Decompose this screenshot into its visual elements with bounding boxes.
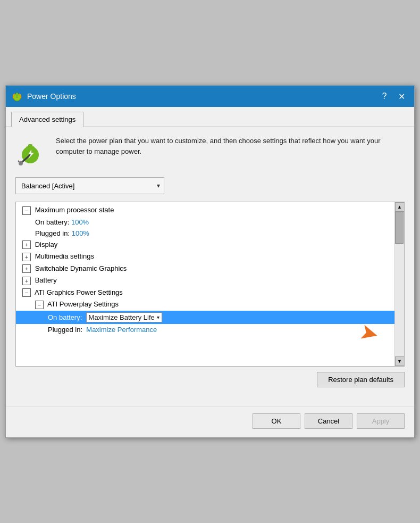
tree-item-plugged-in-ati[interactable]: Plugged in: Maximize Performance ➤ [16, 324, 394, 335]
expand-icon: + [22, 264, 31, 273]
power-options-window: Power Options ? ✕ Advanced settings [5, 85, 415, 438]
tree-item-max-processor[interactable]: − Maximum processor state [16, 204, 394, 217]
expand-icon: + [22, 253, 31, 261]
tree-item-display[interactable]: + Display [16, 239, 394, 251]
power-icon [11, 90, 23, 102]
expand-icon: + [22, 277, 31, 285]
tree-item-switchable-graphics[interactable]: + Switchable Dynamic Graphics [16, 263, 394, 275]
main-content: Select the power plan that you want to c… [6, 127, 414, 406]
on-battery-dropdown[interactable]: Maximize Battery Life ▾ [86, 312, 162, 322]
scrollbar-down-button[interactable]: ▼ [395, 356, 405, 366]
tab-advanced-settings[interactable]: Advanced settings [11, 112, 83, 127]
restore-plan-defaults-button[interactable]: Restore plan defaults [317, 372, 405, 387]
tree-scrollbar[interactable]: ▲ ▼ [394, 202, 404, 366]
apply-button[interactable]: Apply [357, 413, 405, 429]
scrollbar-track[interactable] [395, 212, 404, 356]
collapse-icon: − [22, 288, 31, 297]
titlebar-controls: ? ✕ [377, 89, 409, 104]
tree-item-on-battery-ati-selected[interactable]: On battery: Maximize Battery Life ▾ [16, 311, 394, 324]
ok-button[interactable]: OK [253, 413, 300, 429]
collapse-icon: − [35, 301, 44, 309]
titlebar: Power Options ? ✕ [6, 86, 414, 107]
tree-item-battery[interactable]: + Battery [16, 275, 394, 287]
tree-item-label: Battery [35, 276, 57, 284]
plugged-in-value: 100% [72, 229, 89, 237]
dropdown-value: Maximize Battery Life [89, 313, 155, 321]
tabs-bar: Advanced settings [6, 107, 414, 127]
close-button[interactable]: ✕ [394, 89, 409, 104]
tree-item-label: Multimedia settings [35, 252, 94, 260]
plugged-in-ati-value: Maximize Performance [86, 326, 157, 334]
tree-item-label: On battery: [48, 313, 84, 321]
tree-item-ati-graphics[interactable]: − ATI Graphics Power Settings [16, 287, 394, 299]
description-text: Select the power plan that you want to c… [56, 136, 405, 156]
expand-icon: + [22, 240, 31, 249]
cancel-button[interactable]: Cancel [305, 413, 352, 429]
tree-item-label: Plugged in: [35, 229, 72, 237]
svg-rect-4 [28, 144, 32, 147]
tree-item-plugged-in-processor[interactable]: Plugged in: 100% [16, 228, 394, 239]
settings-tree: − Maximum processor state On battery: 10… [15, 202, 405, 367]
tree-item-on-battery-processor[interactable]: On battery: 100% [16, 217, 394, 228]
scrollbar-up-button[interactable]: ▲ [395, 202, 405, 212]
svg-point-6 [19, 161, 23, 165]
tree-content: − Maximum processor state On battery: 10… [16, 202, 394, 366]
plan-select[interactable]: Balanced [Active] Power saver High perfo… [15, 177, 164, 194]
dropdown-arrow-icon: ▾ [157, 314, 159, 320]
tree-item-label: ATI Powerplay Settings [47, 300, 119, 308]
tree-item-label: Maximum processor state [35, 206, 114, 214]
svg-rect-1 [16, 93, 18, 98]
footer-buttons: OK Cancel Apply [6, 406, 414, 437]
scrollbar-thumb[interactable] [395, 212, 404, 244]
plan-dropdown-area: Balanced [Active] Power saver High perfo… [15, 177, 405, 194]
tree-item-multimedia[interactable]: + Multimedia settings [16, 251, 394, 263]
tree-item-label: Switchable Dynamic Graphics [35, 264, 127, 272]
tree-item-ati-powerplay[interactable]: − ATI Powerplay Settings [16, 298, 394, 311]
svg-line-7 [18, 161, 19, 162]
tree-item-label: Plugged in: [48, 326, 85, 334]
collapse-icon: − [22, 206, 31, 215]
description-area: Select the power plan that you want to c… [15, 136, 405, 168]
battery-power-icon [15, 136, 47, 168]
tree-item-label: Display [35, 240, 58, 248]
tree-item-label: On battery: [35, 218, 71, 226]
plan-select-wrapper: Balanced [Active] Power saver High perfo… [15, 177, 164, 194]
on-battery-value: 100% [71, 218, 89, 226]
tree-item-label: ATI Graphics Power Settings [35, 288, 123, 296]
restore-btn-row: Restore plan defaults [15, 372, 405, 387]
svg-line-8 [22, 161, 23, 162]
help-button[interactable]: ? [377, 89, 392, 104]
window-title: Power Options [27, 92, 377, 101]
